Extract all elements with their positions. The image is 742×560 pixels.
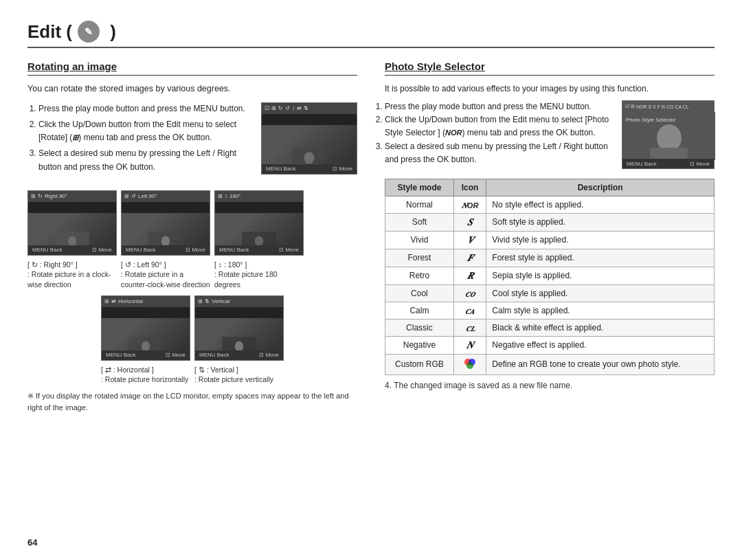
desc-soft: Soft style is applied. (486, 213, 715, 231)
180-caption: [ ↕ : 180° ]: Rotate picture 180 degrees (214, 260, 304, 290)
table-row-retro: Retro 𝑹 Sepia style is applied. (385, 267, 715, 284)
desc-negative: Negative effect is applied. (486, 336, 715, 354)
screenshot-topbar: ☑⊞↻↺↕⇄⇅ (262, 103, 357, 114)
icon-normal: 𝑵OR (453, 196, 486, 213)
style-retro: Retro (385, 267, 454, 284)
edit-icon: ✎ (78, 21, 100, 43)
table-row-classic: Classic 𝑪𝑳 Black & white effect is appli… (385, 319, 715, 336)
style-normal: Normal (385, 196, 454, 213)
icon-retro: 𝑹 (453, 267, 486, 284)
style-negative: Negative (385, 336, 454, 354)
icon-custom-rgb (453, 354, 486, 374)
icon-vivid: 𝑽 (453, 231, 486, 249)
style-table: Style mode Icon Description Normal 𝑵OR N… (385, 179, 715, 375)
icon-soft: 𝑺 (453, 213, 486, 231)
table-row-normal: Normal 𝑵OR No style effect is applied. (385, 196, 715, 213)
svg-point-24 (466, 362, 473, 369)
horizontal-screenshot: ⊞⇄Horizontal MENU Back⊡ Move (101, 295, 190, 361)
table-row-custom-rgb: Custom RGB Define an RGB tone to create … (385, 354, 715, 374)
photo-style-bottombar: MENU Back⊡ Move (622, 159, 714, 168)
right-column: Photo Style Selector It is possible to a… (385, 60, 715, 546)
left-intro: You can rotate the stored images by vari… (27, 82, 357, 96)
left-steps: Press the play mode button and press the… (27, 102, 254, 177)
col-header-desc: Description (486, 179, 715, 196)
desc-vivid: Vivid style is applied. (486, 231, 715, 249)
left-section-title: Rotating an image (27, 60, 357, 76)
page-title-text: Edit ( (27, 21, 72, 43)
horizontal-caption: [ ⇄ : Horizontal ]: Rotate picture horiz… (101, 365, 190, 385)
icon-forest: 𝑭 (453, 249, 486, 267)
page-title-paren: ) (105, 21, 116, 43)
180-screenshot: ⊞↕180° MENU Back⊡ Move (214, 190, 304, 256)
table-row-negative: Negative 𝑵 Negative effect is applied. (385, 336, 715, 354)
style-soft: Soft (385, 213, 454, 231)
col-header-icon: Icon (453, 179, 486, 196)
right-section-title: Photo Style Selector (385, 60, 715, 76)
style-vivid: Vivid (385, 231, 454, 249)
table-row-cool: Cool 𝑪𝑶 Cool style is applied. (385, 284, 715, 302)
right-step-2: Click the Up/Down button from the Edit m… (385, 113, 615, 139)
page-title-bar: Edit ( ✎ ) (27, 21, 715, 48)
desc-normal: No style effect is applied. (486, 196, 715, 213)
rotation-screenshots-row: ⊞↻Right 90° MENU Back⊡ Move ⊞↺Left 90° (27, 190, 357, 256)
desc-retro: Sepia style is applied. (486, 267, 715, 284)
desc-classic: Black & white effect is applied. (486, 319, 715, 336)
right-footer-note: 4. The changed image is saved as a new f… (385, 381, 715, 390)
style-calm: Calm (385, 302, 454, 319)
svg-rect-21 (650, 148, 688, 159)
table-row-calm: Calm 𝑪𝑨 Calm style is applied. (385, 302, 715, 319)
svg-point-1 (304, 152, 315, 164)
table-row-vivid: Vivid 𝑽 Vivid style is applied. (385, 231, 715, 249)
left-step-1: Press the play mode button and press the… (38, 102, 254, 115)
style-classic: Classic (385, 319, 454, 336)
right-intro: It is possible to add various effects to… (385, 82, 715, 95)
flip-captions: [ ⇄ : Horizontal ]: Rotate picture horiz… (27, 365, 357, 385)
page: Edit ( ✎ ) Rotating an image You can rot… (0, 0, 742, 560)
left-step-3: Select a desired sub menu by pressing th… (38, 147, 254, 173)
rotate-main-screenshot: ☑⊞↻↺↕⇄⇅ MENU Back⊡ Move (261, 102, 357, 175)
photo-style-screenshot: ☑⊞NOR S V F R CO CA CL Photo Style Selec… (622, 100, 715, 169)
screenshot-bottombar: MENU Back⊡ Move (262, 164, 357, 174)
desc-custom-rgb: Define an RGB tone to create your own ph… (486, 354, 715, 374)
style-cool: Cool (385, 284, 454, 302)
icon-cool: 𝑪𝑶 (453, 284, 486, 302)
desc-cool: Cool style is applied. (486, 284, 715, 302)
icon-negative: 𝑵 (453, 336, 486, 354)
style-forest: Forest (385, 249, 454, 267)
right90-screenshot: ⊞↻Right 90° MENU Back⊡ Move (27, 190, 117, 256)
vertical-caption: [ ⇅ : Vertical ]: Rotate picture vertica… (194, 365, 284, 385)
desc-calm: Calm style is applied. (486, 302, 715, 319)
flip-screenshots: ⊞⇄Horizontal MENU Back⊡ Move ⊞⇅Vertical (27, 295, 357, 361)
left90-screenshot: ⊞↺Left 90° MENU Back⊡ Move (121, 190, 210, 256)
style-custom-rgb: Custom RGB (385, 354, 454, 374)
vertical-screenshot: ⊞⇅Vertical MENU Back⊡ Move (194, 295, 284, 361)
right-steps-row: Press the play mode button and press the… (385, 100, 715, 172)
right-steps: Press the play mode button and press the… (385, 100, 615, 166)
right-step-1: Press the play mode button and press the… (385, 100, 615, 113)
rotate-note: ※ If you display the rotated image on th… (27, 390, 357, 413)
col-header-style: Style mode (385, 179, 454, 196)
icon-calm: 𝑪𝑨 (453, 302, 486, 319)
left90-caption: [ ↺ : Left 90° ]: Rotate picture in a co… (121, 260, 210, 290)
rotation-captions: [ ↻ : Right 90° ]: Rotate picture in a c… (27, 260, 357, 290)
icon-classic: 𝑪𝑳 (453, 319, 486, 336)
right-step-3: Select a desired sub menu by pressing th… (385, 140, 615, 166)
photo-style-img: Photo Style Selector (622, 112, 714, 159)
table-row-soft: Soft 𝑺 Soft style is applied. (385, 213, 715, 231)
left-step-2: Click the Up/Down button from the Edit m… (38, 118, 254, 144)
table-row-forest: Forest 𝑭 Forest style is applied. (385, 249, 715, 267)
svg-text:Photo Style Selector: Photo Style Selector (626, 117, 676, 123)
right90-caption: [ ↻ : Right 90° ]: Rotate picture in a c… (27, 260, 117, 290)
desc-forest: Forest style is applied. (486, 249, 715, 267)
left-column: Rotating an image You can rotate the sto… (27, 60, 357, 546)
page-number: 64 (27, 537, 37, 548)
